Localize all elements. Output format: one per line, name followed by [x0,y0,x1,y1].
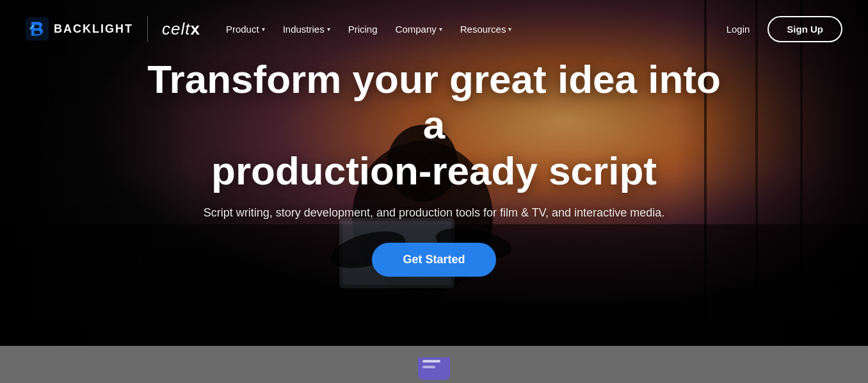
backlight-name-text: BACKLIGHT [54,22,133,36]
bottom-peek-icon [415,357,453,383]
resources-chevron-icon: ▾ [508,26,511,33]
svg-rect-18 [422,366,435,368]
nav-item-pricing[interactable]: Pricing [341,19,385,40]
hero-subtitle: Script writing, story development, and p… [197,206,671,220]
backlight-logo-icon [26,17,49,40]
backlight-brand-link[interactable]: BACKLIGHT [26,17,133,40]
nav-item-company[interactable]: Company ▾ [388,19,450,40]
hero-title: Transform your great idea into a product… [146,56,722,193]
celtx-logo-text: celtx [162,19,200,38]
signup-button[interactable]: Sign Up [768,16,842,42]
bottom-section [0,346,868,383]
nav-links: Product ▾ Industries ▾ Pricing Company ▾… [218,19,520,40]
svg-rect-17 [422,360,440,363]
nav-right: Login Sign Up [719,16,842,42]
hero-content: Transform your great idea into a product… [120,56,748,277]
product-chevron-icon: ▾ [262,26,265,33]
industries-chevron-icon: ▾ [327,26,330,33]
get-started-button[interactable]: Get Started [372,243,495,277]
celtx-logo: celtx [162,19,200,39]
company-chevron-icon: ▾ [439,26,442,33]
nav-item-product[interactable]: Product ▾ [218,19,273,40]
login-button[interactable]: Login [719,19,758,40]
nav-item-industries[interactable]: Industries ▾ [275,19,338,40]
nav-divider [147,16,148,42]
nav-item-resources[interactable]: Resources ▾ [453,19,520,40]
navbar: BACKLIGHT celtx Product ▾ Industries ▾ P… [0,0,868,58]
